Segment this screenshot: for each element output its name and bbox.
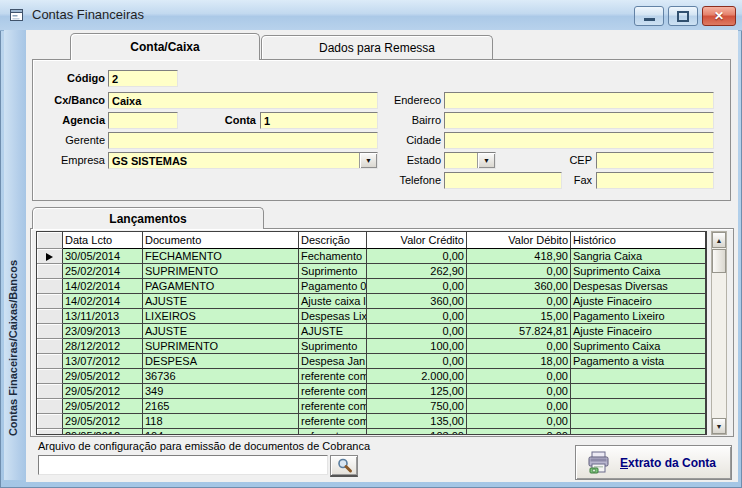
tab-dados-para-remessa[interactable]: Dados para Remessa xyxy=(261,35,493,59)
grid-cell: referente com xyxy=(299,369,367,384)
grid-cell: AJUSTE xyxy=(299,324,367,339)
column-header[interactable]: Valor Crédito xyxy=(367,232,467,249)
row-selector[interactable] xyxy=(37,354,63,369)
table-row[interactable]: 29/05/2012104referente com103,000,00 xyxy=(37,429,706,435)
titlebar[interactable]: Contas Financeiras ✕ xyxy=(0,0,742,31)
grid-cell: 418,90 xyxy=(467,249,571,264)
cep-field[interactable] xyxy=(596,152,714,169)
extrato-da-conta-button[interactable]: Extrato da Conta xyxy=(575,445,732,480)
cxbanco-field[interactable] xyxy=(108,92,378,109)
table-row[interactable]: 29/05/2012349referente com125,000,00 xyxy=(37,384,706,399)
lancamentos-grid: Data Lcto Documento Descrição Valor Créd… xyxy=(36,231,707,435)
tab-conta-caixa[interactable]: Conta/Caixa xyxy=(70,33,260,60)
search-file-button[interactable] xyxy=(330,455,358,477)
scroll-down-icon[interactable]: ▼ xyxy=(712,418,726,434)
grid-cell: 104 xyxy=(143,429,299,435)
grid-cell: 0,00 xyxy=(467,264,571,279)
cep-label: CEP xyxy=(526,154,592,166)
table-row[interactable]: 29/05/2012118referente com135,000,00 xyxy=(37,414,706,429)
bairro-field[interactable] xyxy=(444,112,714,129)
row-selector[interactable] xyxy=(37,324,63,339)
table-row[interactable]: 30/05/2014FECHAMENTOFechamento0,00418,90… xyxy=(37,249,706,264)
app-window: Contas Financeiras ✕ Contas Finaceiras/C… xyxy=(0,0,742,488)
bairro-label: Bairro xyxy=(356,114,441,126)
grid-cell: Despesas Diversas xyxy=(571,279,706,294)
grid-cell: 36736 xyxy=(143,369,299,384)
row-selector[interactable] xyxy=(37,279,63,294)
grid-cell: 57.824,81 xyxy=(467,324,571,339)
minimize-button[interactable] xyxy=(634,6,664,26)
column-header[interactable]: Histórico xyxy=(571,232,706,249)
table-row[interactable]: 29/05/201236736referente com2.000,000,00 xyxy=(37,369,706,384)
grid-cell: 360,00 xyxy=(367,294,467,309)
codigo-label: Código xyxy=(30,72,105,84)
grid-cell: 0,00 xyxy=(467,384,571,399)
grid-cell: 30/05/2014 xyxy=(63,249,143,264)
grid-cell: Despesa Jan xyxy=(299,354,367,369)
grid-cell: 0,00 xyxy=(467,339,571,354)
grid-cell: 13/07/2012 xyxy=(63,354,143,369)
estado-combobox[interactable]: ▼ xyxy=(444,152,496,169)
empresa-value: GS SISTEMAS xyxy=(112,155,187,167)
side-strip: Contas Finaceiras/Caixas/Bancos xyxy=(4,30,27,480)
column-header[interactable]: Data Lcto xyxy=(63,232,143,249)
chevron-down-icon[interactable]: ▼ xyxy=(477,153,495,168)
grid-cell: Ajuste Finaceiro xyxy=(571,294,706,309)
table-row[interactable]: 14/02/2014PAGAMENTOPagamento 00,00360,00… xyxy=(37,279,706,294)
grid-cell: Sangria Caixa xyxy=(571,249,706,264)
table-row[interactable]: 13/11/2013LIXEIROSDespesas Lix0,0015,00P… xyxy=(37,309,706,324)
grid-cell: PAGAMENTO xyxy=(143,279,299,294)
grid-cell: 0,00 xyxy=(467,369,571,384)
grid-cell: 14/02/2014 xyxy=(63,294,143,309)
column-header[interactable]: Documento xyxy=(143,232,299,249)
row-indicator[interactable] xyxy=(37,249,63,264)
row-selector[interactable] xyxy=(37,309,63,324)
row-selector[interactable] xyxy=(37,414,63,429)
fax-field[interactable] xyxy=(596,172,714,189)
row-selector[interactable] xyxy=(37,429,63,435)
scrollbar-thumb[interactable] xyxy=(712,249,726,273)
row-selector[interactable] xyxy=(37,339,63,354)
grid-cell: 29/05/2012 xyxy=(63,399,143,414)
maximize-button[interactable] xyxy=(668,6,698,26)
gerente-field[interactable] xyxy=(108,132,378,149)
column-header[interactable]: Valor Débito xyxy=(467,232,571,249)
cidade-field[interactable] xyxy=(444,132,714,149)
endereco-field[interactable] xyxy=(444,92,714,109)
agencia-field[interactable] xyxy=(108,112,178,129)
scroll-up-icon[interactable]: ▲ xyxy=(712,232,726,248)
grid-cell: 23/09/2013 xyxy=(63,324,143,339)
row-selector[interactable] xyxy=(37,264,63,279)
row-selector[interactable] xyxy=(37,294,63,309)
extrato-button-label: Extrato da Conta xyxy=(620,456,716,470)
window-icon xyxy=(9,7,25,23)
table-row[interactable]: 13/07/2012DESPESADespesa Jan0,0018,00Pag… xyxy=(37,354,706,369)
table-row[interactable]: 29/05/20122165referente com750,000,00 xyxy=(37,399,706,414)
table-row[interactable]: 25/02/2014SUPRIMENTOSuprimento262,900,00… xyxy=(37,264,706,279)
close-icon: ✕ xyxy=(714,9,724,23)
row-selector[interactable] xyxy=(37,384,63,399)
close-button[interactable]: ✕ xyxy=(702,6,736,26)
row-selector[interactable] xyxy=(37,399,63,414)
grid-cell: 0,00 xyxy=(367,324,467,339)
conta-label: Conta xyxy=(186,114,256,126)
grid-cell: AJUSTE xyxy=(143,294,299,309)
empresa-combobox[interactable]: GS SISTEMAS ▼ xyxy=(108,152,378,169)
client-area: Conta/Caixa Dados para Remessa Código Cx… xyxy=(26,30,738,482)
table-row[interactable]: 28/12/2012SUPRIMENTOSuprimento100,000,00… xyxy=(37,339,706,354)
grid-cell: 2.000,00 xyxy=(367,369,467,384)
codigo-field[interactable] xyxy=(108,70,178,87)
table-row[interactable]: 23/09/2013AJUSTEAJUSTE0,0057.824,81Ajust… xyxy=(37,324,706,339)
maximize-icon xyxy=(677,11,689,22)
column-header[interactable]: Descrição xyxy=(299,232,367,249)
row-selector[interactable] xyxy=(37,369,63,384)
tab-lancamentos[interactable]: Lançamentos xyxy=(32,207,264,229)
table-row[interactable]: 14/02/2014AJUSTEAjuste caixa l360,000,00… xyxy=(37,294,706,309)
grid-cell: 25/02/2014 xyxy=(63,264,143,279)
config-file-input[interactable] xyxy=(38,455,328,475)
grid-cell: 125,00 xyxy=(367,384,467,399)
grid-cell: Pagamento Lixeiro xyxy=(571,309,706,324)
grid-scrollbar[interactable]: ▲ ▼ xyxy=(711,231,727,435)
grid-cell: 0,00 xyxy=(467,429,571,435)
grid-cell: Ajuste caixa l xyxy=(299,294,367,309)
